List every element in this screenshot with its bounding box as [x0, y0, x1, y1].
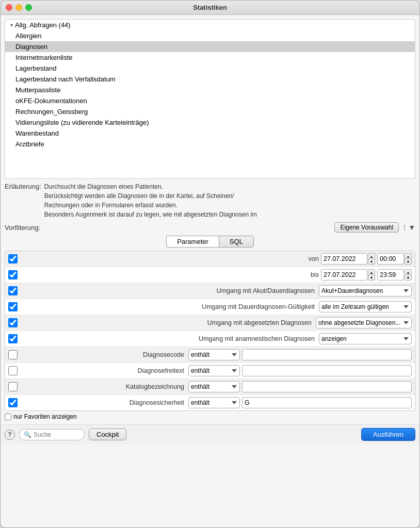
list-item[interactable]: Vidierungsliste (zu vidierende Karteiein…	[5, 117, 415, 128]
list-item[interactable]: Rechnungen_Geissberg	[5, 106, 415, 117]
von-time-up[interactable]: ▲	[405, 253, 412, 259]
param-row-bis: bis ▲ ▼ ▲ ▼	[5, 267, 415, 283]
query-list[interactable]: ▾ Allg. Abfragen (44) Allergien Diagnose…	[5, 19, 415, 179]
list-item[interactable]: Arztbriefe	[5, 139, 415, 150]
text-diagnosefreitext[interactable]	[242, 365, 412, 376]
von-time-down[interactable]: ▼	[405, 259, 412, 265]
param-label-dauer: Umgang mit Dauerdiagnosen-Gültigkeit	[20, 303, 319, 310]
bis-date-down[interactable]: ▼	[368, 275, 375, 280]
select-diagnosesicherheit[interactable]: enthält beginnt mit ist gleich	[188, 397, 240, 408]
param-label-akut: Umgang mit Akut/Dauerdiagnosen	[20, 287, 319, 294]
list-item[interactable]: Lagerbestand nach Verfallsdatum	[5, 74, 415, 85]
select-dauer[interactable]: alle im Zeitraum gültigen alle gültigen …	[319, 301, 412, 312]
param-row-diagnosecode: Diagnosecode enthält beginnt mit ist gle…	[5, 347, 415, 363]
checkbox-bis[interactable]	[8, 270, 18, 279]
list-item[interactable]: oKFE-Dokumentationen	[5, 95, 415, 106]
param-row-anamnestisch: Umgang mit anamnestischen Diagnosen anze…	[5, 331, 415, 347]
maximize-button[interactable]	[25, 4, 32, 11]
param-label-katalog: Katalogbezeichnung	[20, 383, 188, 390]
param-label-diagnosecode: Diagnosecode	[20, 351, 188, 358]
filter-icon: ⋮▼	[401, 223, 415, 232]
von-date-down[interactable]: ▼	[368, 259, 375, 265]
eigene-vorauswahl-group: Eigene Vorauswahl ⋮▼	[334, 222, 415, 233]
von-date-up[interactable]: ▲	[368, 253, 375, 259]
param-row-diagnosefreitext: Diagnosefreitext enthält beginnt mit ist…	[5, 363, 415, 379]
checkbox-dauer[interactable]	[8, 302, 18, 311]
minimize-button[interactable]	[15, 4, 22, 11]
param-row-dauer: Umgang mit Dauerdiagnosen-Gültigkeit all…	[5, 299, 415, 315]
close-button[interactable]	[6, 4, 12, 11]
help-button[interactable]: ?	[5, 430, 15, 440]
checkbox-anamnestisch[interactable]	[8, 334, 18, 343]
bis-date-stepper: ▲ ▼	[368, 269, 375, 280]
search-box: 🔍	[19, 429, 85, 440]
checkbox-akut[interactable]	[8, 286, 18, 295]
param-row-katalog: Katalogbezeichnung enthält beginnt mit i…	[5, 379, 415, 395]
text-diagnosesicherheit[interactable]	[242, 397, 412, 408]
param-row-abgesetzt: Umgang mit abgesetzten Diagnosen ohne ab…	[5, 315, 415, 331]
von-date-input[interactable]	[321, 253, 367, 265]
param-label-anamnestisch: Umgang mit anamnestischen Diagnosen	[20, 335, 319, 342]
bis-date-input[interactable]	[321, 269, 367, 280]
checkbox-diagnosefreitext[interactable]	[8, 366, 18, 375]
window-title: Statistiken	[193, 4, 227, 11]
main-window: Statistiken ↻ ▾ Allg. Abfragen (44) Alle…	[0, 0, 420, 528]
params-section: von ▲ ▼ ▲ ▼ bis ▲ ▼	[5, 251, 415, 411]
description-section: Erläuterung: Durchsucht die Diagnosen ei…	[5, 182, 415, 219]
checkbox-diagnosesicherheit[interactable]	[8, 398, 18, 407]
bis-time-stepper: ▲ ▼	[405, 269, 412, 280]
select-akut[interactable]: Akut+Dauerdiagnosen Nur Akutdiagnosen Nu…	[319, 285, 412, 296]
list-item[interactable]: Warenbestand	[5, 128, 415, 139]
select-diagnosefreitext[interactable]: enthält beginnt mit ist gleich	[188, 365, 240, 376]
titlebar: Statistiken	[1, 1, 419, 15]
list-group-header[interactable]: ▾ Allg. Abfragen (44)	[5, 20, 415, 30]
text-diagnosecode[interactable]	[242, 349, 412, 360]
checkbox-von[interactable]	[8, 254, 18, 263]
param-row-von: von ▲ ▼ ▲ ▼	[5, 251, 415, 267]
eigene-vorauswahl-button[interactable]: Eigene Vorauswahl	[334, 222, 399, 233]
favorites-label-2: nur Favoriten anzeigen	[13, 413, 77, 420]
checkbox-abgesetzt[interactable]	[8, 318, 18, 327]
text-katalog[interactable]	[242, 381, 412, 392]
param-label-abgesetzt: Umgang mit abgesetzten Diagnosen	[20, 319, 316, 326]
description-label: Erläuterung:	[5, 182, 44, 219]
tabs-section: Parameter SQL	[5, 236, 415, 248]
tab-sql[interactable]: SQL	[219, 236, 254, 248]
main-content: ↻ ▾ Allg. Abfragen (44) Allergien Diagno…	[1, 15, 419, 527]
select-katalog[interactable]: enthält beginnt mit ist gleich	[188, 381, 240, 392]
checkbox-diagnosecode[interactable]	[8, 350, 18, 359]
cockpit-button[interactable]: Cockpit	[89, 428, 126, 440]
bis-date-up[interactable]: ▲	[368, 269, 375, 275]
vorfilterung-section: Vorfilterung: Eigene Vorauswahl ⋮▼	[5, 222, 415, 233]
description-text: Durchsucht die Diagnosen eines Patienten…	[44, 182, 415, 219]
von-time-input[interactable]	[377, 253, 404, 265]
param-row-diagnosesicherheit: Diagnosesicherheit enthält beginnt mit i…	[5, 395, 415, 410]
bis-time-down[interactable]: ▼	[405, 275, 412, 280]
list-item[interactable]: Allergien	[5, 30, 415, 41]
param-label-diagnosesicherheit: Diagnosesicherheit	[20, 399, 188, 406]
list-group-label: Allg. Abfragen (44)	[15, 21, 71, 29]
bottom-bar: ? 🔍 Cockpit Ausführen	[1, 424, 419, 444]
checkbox-katalog[interactable]	[8, 382, 18, 391]
select-diagnosecode[interactable]: enthält beginnt mit ist gleich	[188, 349, 240, 360]
window-controls	[6, 4, 32, 11]
bis-label: bis	[311, 271, 319, 278]
select-anamnestisch[interactable]: anzeigen nicht anzeigen	[319, 333, 412, 344]
search-icon: 🔍	[24, 431, 31, 438]
favorites-checkbox-2[interactable]	[5, 414, 11, 420]
select-abgesetzt[interactable]: ohne abgesetzte Diagnosen... mit abgeset…	[316, 317, 412, 328]
ausfuhren-button[interactable]: Ausführen	[361, 428, 415, 441]
param-row-akut: Umgang mit Akut/Dauerdiagnosen Akut+Daue…	[5, 283, 415, 299]
search-input[interactable]	[34, 431, 80, 438]
list-item[interactable]: Diagnosen	[5, 41, 415, 52]
bis-time-input[interactable]	[377, 269, 404, 280]
list-item[interactable]: Internetmarkenliste	[5, 52, 415, 63]
chevron-down-icon: ▾	[10, 22, 13, 28]
bis-time-up[interactable]: ▲	[405, 269, 412, 275]
von-time-stepper: ▲ ▼	[405, 253, 412, 265]
tab-parameter[interactable]: Parameter	[166, 236, 219, 248]
list-item[interactable]: Lagerbestand	[5, 63, 415, 74]
list-item[interactable]: Mutterpassliste	[5, 85, 415, 95]
von-date-stepper: ▲ ▼	[368, 253, 375, 265]
von-label: von	[309, 255, 319, 262]
